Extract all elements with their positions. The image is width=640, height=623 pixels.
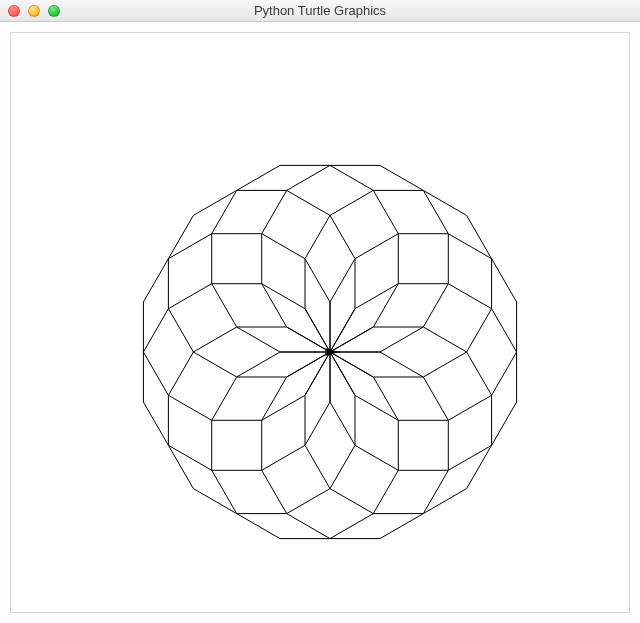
- turtle-canvas: [10, 32, 630, 613]
- content-area: [0, 22, 640, 623]
- window-title: Python Turtle Graphics: [0, 3, 640, 18]
- zoom-icon[interactable]: [48, 5, 60, 17]
- turtle-cursor-icon: [325, 348, 340, 356]
- close-icon[interactable]: [8, 5, 20, 17]
- traffic-lights: [0, 5, 60, 17]
- minimize-icon[interactable]: [28, 5, 40, 17]
- titlebar[interactable]: Python Turtle Graphics: [0, 0, 640, 22]
- app-window: Python Turtle Graphics: [0, 0, 640, 623]
- turtle-drawing: [11, 33, 629, 612]
